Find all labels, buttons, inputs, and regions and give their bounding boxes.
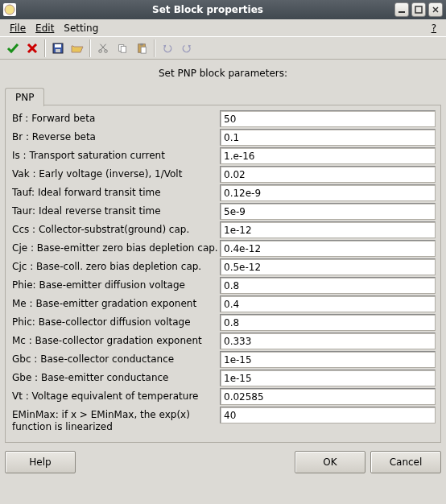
svg-rect-6 — [55, 44, 61, 48]
open-button[interactable] — [68, 39, 87, 57]
floppy-icon — [52, 42, 64, 55]
app-icon — [3, 3, 16, 16]
param-input[interactable] — [220, 314, 436, 331]
param-label: Gbe : Base-emitter conductance — [10, 370, 220, 386]
param-label: Mc : Base-collector gradation exponent — [10, 333, 220, 349]
folder-open-icon — [71, 42, 84, 55]
param-row: Cje : Base-emitter zero bias depletion c… — [10, 240, 436, 257]
param-row: Taur: Ideal reverse transit time — [10, 203, 436, 220]
param-label: Taur: Ideal reverse transit time — [10, 203, 220, 220]
param-label: Br : Reverse beta — [10, 129, 220, 146]
param-row: Bf : Forward beta — [10, 110, 436, 127]
button-bar: Help OK Cancel — [0, 446, 446, 478]
paste-button[interactable] — [132, 39, 151, 57]
param-label: Vak : Early voltage (inverse), 1/Volt — [10, 166, 220, 183]
param-row: Vak : Early voltage (inverse), 1/Volt — [10, 166, 436, 183]
param-input[interactable] — [220, 407, 436, 423]
param-label: Phic: Base-collector diffusion voltage — [10, 314, 220, 331]
reject-button[interactable] — [23, 39, 42, 57]
param-input[interactable] — [220, 333, 436, 349]
menu-help[interactable]: ? — [427, 21, 441, 35]
param-input[interactable] — [220, 388, 436, 405]
svg-rect-13 — [140, 43, 143, 45]
param-input[interactable] — [220, 370, 436, 386]
menu-edit[interactable]: Edit — [31, 21, 59, 35]
svg-point-8 — [99, 49, 102, 52]
scissors-icon — [97, 43, 109, 54]
param-label: Is : Transport saturation current — [10, 147, 220, 164]
param-input[interactable] — [220, 184, 436, 201]
x-icon — [26, 42, 39, 55]
param-row: Ccs : Collector-substrat(ground) cap. — [10, 221, 436, 238]
cancel-button[interactable]: Cancel — [370, 451, 441, 473]
maximize-button[interactable] — [411, 2, 426, 17]
toolbar-separator — [154, 39, 155, 57]
tab-header: PNP — [5, 87, 441, 105]
page-title: Set PNP block parameters: — [5, 63, 441, 87]
tab-container: Bf : Forward betaBr : Reverse betaIs : T… — [5, 105, 441, 443]
menu-file[interactable]: File — [5, 21, 31, 35]
param-label: Phie: Base-emitter diffusion voltage — [10, 277, 220, 294]
param-row: Is : Transport saturation current — [10, 147, 436, 164]
ok-button[interactable]: OK — [295, 451, 365, 473]
param-input[interactable] — [220, 240, 436, 257]
param-label: EMinMax: if x > EMinMax, the exp(x) func… — [10, 407, 220, 436]
param-row: Cjc : Base-coll. zero bias depletion cap… — [10, 258, 436, 275]
param-label: Tauf: Ideal forward transit time — [10, 184, 220, 201]
undo-button[interactable] — [158, 39, 177, 57]
param-input[interactable] — [220, 166, 436, 183]
params-panel: Bf : Forward betaBr : Reverse betaIs : T… — [6, 105, 440, 442]
param-label: Cje : Base-emitter zero bias depletion c… — [10, 240, 220, 257]
param-label: Gbc : Base-collector conductance — [10, 351, 220, 368]
param-input[interactable] — [220, 295, 436, 312]
param-row: Phie: Base-emitter diffusion voltage — [10, 277, 436, 294]
param-input[interactable] — [220, 147, 436, 164]
param-input[interactable] — [220, 110, 436, 127]
param-label: Me : Base-emitter gradation exponent — [10, 295, 220, 312]
param-row: Tauf: Ideal forward transit time — [10, 184, 436, 201]
accept-button[interactable] — [3, 39, 23, 57]
svg-rect-2 — [415, 6, 422, 13]
redo-icon — [181, 43, 192, 54]
param-input[interactable] — [220, 203, 436, 220]
minimize-button[interactable] — [394, 2, 409, 17]
tab-pnp[interactable]: PNP — [5, 88, 44, 106]
help-button[interactable]: Help — [5, 451, 76, 473]
svg-rect-11 — [121, 46, 126, 52]
param-label: Cjc : Base-coll. zero bias depletion cap… — [10, 258, 220, 275]
copy-button[interactable] — [113, 39, 132, 57]
content-area: Set PNP block parameters: PNP Bf : Forwa… — [0, 60, 446, 446]
svg-rect-14 — [141, 47, 146, 53]
param-row: Gbc : Base-collector conductance — [10, 351, 436, 368]
svg-point-9 — [105, 49, 108, 52]
param-row: Phic: Base-collector diffusion voltage — [10, 314, 436, 331]
param-row: Gbe : Base-emitter conductance — [10, 370, 436, 386]
cut-button[interactable] — [93, 39, 113, 57]
redo-button[interactable] — [177, 39, 196, 57]
close-button[interactable] — [428, 2, 443, 17]
param-input[interactable] — [220, 351, 436, 368]
window-title: Set Block properties — [21, 4, 394, 15]
param-input[interactable] — [220, 258, 436, 275]
check-icon — [6, 42, 19, 55]
titlebar: Set Block properties — [0, 0, 446, 19]
svg-point-0 — [5, 5, 14, 14]
param-row: EMinMax: if x > EMinMax, the exp(x) func… — [10, 407, 436, 436]
param-label: Bf : Forward beta — [10, 110, 220, 127]
param-label: Vt : Voltage equivalent of temperature — [10, 388, 220, 405]
menubar: File Edit Setting ? — [0, 19, 446, 37]
undo-icon — [162, 43, 173, 54]
param-row: Vt : Voltage equivalent of temperature — [10, 388, 436, 405]
param-input[interactable] — [220, 129, 436, 146]
param-input[interactable] — [220, 221, 436, 238]
param-input[interactable] — [220, 277, 436, 294]
toolbar-separator — [44, 39, 46, 57]
copy-icon — [117, 43, 128, 54]
menu-setting[interactable]: Setting — [59, 21, 103, 35]
param-label: Ccs : Collector-substrat(ground) cap. — [10, 221, 220, 238]
param-row: Mc : Base-collector gradation exponent — [10, 333, 436, 349]
save-button[interactable] — [48, 39, 68, 57]
clipboard-icon — [136, 43, 147, 54]
param-row: Br : Reverse beta — [10, 129, 436, 146]
svg-rect-1 — [399, 11, 405, 13]
